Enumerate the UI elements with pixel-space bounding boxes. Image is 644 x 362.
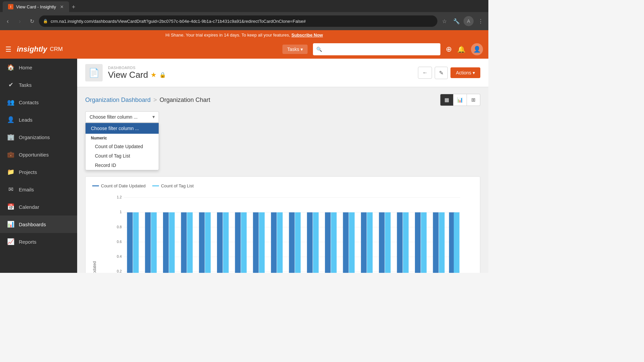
- search-input[interactable]: [324, 47, 437, 52]
- breadcrumb-part1[interactable]: Organization Dashboard: [85, 97, 151, 104]
- forward-button[interactable]: ›: [15, 16, 25, 26]
- legend-label-tag: Count of Tag List: [161, 183, 194, 188]
- refresh-button[interactable]: ↻: [27, 16, 37, 26]
- tasks-button[interactable]: Tasks ▾: [282, 45, 308, 54]
- sidebar-item-tasks[interactable]: ✔ Tasks: [0, 76, 77, 94]
- back-button[interactable]: ‹: [3, 16, 13, 26]
- lock-icon: 🔒: [159, 72, 166, 78]
- url-text: crm.na1.insightly.com/dashboards/ViewCar…: [51, 19, 306, 24]
- user-avatar[interactable]: 👤: [471, 43, 483, 55]
- sidebar-item-home[interactable]: 🏠 Home: [0, 59, 77, 76]
- y-axis-label: Count of Date Updated: [92, 194, 97, 273]
- trial-text: Hi Shane. Your trial expires in 14 days.…: [165, 33, 290, 38]
- back-page-btn[interactable]: ←: [418, 67, 432, 79]
- legend-label-date: Count of Date Updated: [101, 183, 146, 188]
- sidebar-item-opportunities[interactable]: 💼 Opportunities: [0, 146, 77, 163]
- search-container: 🔍: [313, 43, 440, 55]
- bar-dark-3: [163, 213, 169, 273]
- sidebar-label-home: Home: [19, 65, 32, 70]
- bar-dark-14: [361, 213, 367, 273]
- dropdown-default-item[interactable]: Choose filter column ...: [86, 123, 159, 134]
- sidebar: 🏠 Home ✔ Tasks 👥 Contacts 👤 Leads 🏢 Orga…: [0, 59, 77, 273]
- bar-light-12: [331, 213, 337, 273]
- view-btn-chart[interactable]: 📊: [453, 94, 467, 106]
- dropdown-item-count-tag[interactable]: Count of Tag List: [86, 151, 159, 161]
- bar-dark-9: [271, 213, 277, 273]
- address-bar[interactable]: 🔒 crm.na1.insightly.com/dashboards/ViewC…: [39, 15, 437, 27]
- sidebar-item-organizations[interactable]: 🏢 Organizations: [0, 128, 77, 146]
- bar-dark-2: [145, 213, 151, 273]
- extension-icon[interactable]: 🔧: [451, 16, 462, 26]
- star-icon[interactable]: ★: [151, 71, 157, 79]
- view-btn-table[interactable]: ▦: [440, 94, 453, 106]
- legend-item-tag: Count of Tag List: [152, 183, 194, 188]
- sidebar-item-contacts[interactable]: 👥 Contacts: [0, 94, 77, 111]
- bar-light-10: [295, 213, 301, 273]
- bar-light-6: [223, 213, 229, 273]
- svg-text:0.4: 0.4: [117, 255, 122, 258]
- tab-favicon: i: [8, 4, 13, 9]
- sidebar-item-calendar[interactable]: 📅 Calendar: [0, 198, 77, 216]
- search-icon: 🔍: [316, 47, 322, 52]
- view-toggle: ▦ 📊 ⊞: [440, 94, 480, 106]
- svg-text:1: 1: [120, 210, 122, 214]
- add-icon[interactable]: ⊕: [446, 45, 452, 54]
- bar-light-3: [169, 213, 175, 273]
- edit-btn[interactable]: ✎: [435, 67, 448, 79]
- organizations-icon: 🏢: [7, 133, 15, 141]
- legend-color-date: [92, 185, 99, 186]
- sidebar-item-dashboards[interactable]: 📊 Dashboards: [0, 216, 77, 233]
- logo-text: insightly: [17, 45, 47, 54]
- sidebar-label-leads: Leads: [19, 117, 33, 123]
- sidebar-label-dashboards: Dashboards: [19, 222, 46, 227]
- profile-icon[interactable]: A: [464, 16, 474, 26]
- trial-banner: Hi Shane. Your trial expires in 14 days.…: [0, 30, 488, 40]
- bar-dark-15: [379, 213, 385, 273]
- breadcrumb-row: Organization Dashboard > Organization Ch…: [85, 94, 480, 106]
- bar-light-4: [187, 213, 193, 273]
- bar-dark-5: [199, 213, 205, 273]
- view-btn-grid[interactable]: ⊞: [467, 94, 480, 106]
- sidebar-label-projects: Projects: [19, 169, 37, 175]
- sidebar-item-emails[interactable]: ✉ Emails: [0, 181, 77, 198]
- chart-container: Count of Date Updated Count of Tag List …: [85, 176, 480, 273]
- bar-light-2: [151, 213, 157, 273]
- bar-dark-6: [217, 213, 223, 273]
- bar-dark-4: [181, 213, 187, 273]
- dropdown-item-record-id[interactable]: Record ID: [86, 161, 159, 170]
- actions-dropdown-btn[interactable]: Actions ▾: [450, 67, 480, 78]
- notifications-icon[interactable]: 🔔: [457, 45, 466, 53]
- close-icon[interactable]: ✕: [60, 4, 64, 9]
- hamburger-menu[interactable]: ☰: [5, 45, 11, 53]
- bar-light-17: [421, 213, 427, 273]
- opportunities-icon: 💼: [7, 150, 15, 159]
- sidebar-item-projects[interactable]: 📁 Projects: [0, 163, 77, 181]
- sidebar-label-calendar: Calendar: [19, 204, 39, 210]
- chart-legend: Count of Date Updated Count of Tag List: [92, 183, 473, 188]
- logo: insightly CRM: [17, 45, 63, 54]
- bar-dark-12: [325, 213, 331, 273]
- bar-light-5: [205, 213, 211, 273]
- tasks-icon: ✔: [7, 81, 15, 89]
- page-header: 📄 DASHBOARDS View Card ★ 🔒 ← ✎ Actions ▾: [77, 59, 488, 87]
- content-body: Organization Dashboard > Organization Ch…: [77, 87, 488, 273]
- breadcrumb-nav: Organization Dashboard > Organization Ch…: [85, 97, 210, 104]
- chart-area: Count of Date Updated 1.2 1 0.8 0.6: [92, 194, 473, 273]
- subscribe-link[interactable]: Subscribe Now: [291, 33, 323, 38]
- legend-color-tag: [152, 185, 159, 186]
- browser-tab[interactable]: i View Card - Insightly ✕: [3, 1, 69, 12]
- bar-light-15: [385, 213, 391, 273]
- menu-icon[interactable]: ⋮: [476, 16, 486, 26]
- new-tab-btn[interactable]: +: [72, 4, 75, 11]
- bar-dark-13: [343, 213, 348, 273]
- filter-column-select[interactable]: Choose filter column ... Count of Date U…: [85, 111, 159, 123]
- bar-light-9: [277, 213, 283, 273]
- page-actions: ← ✎ Actions ▾: [418, 67, 480, 79]
- dropdown-item-count-date[interactable]: Count of Date Updated: [86, 142, 159, 151]
- filter-dropdown-menu: Choose filter column ... Numeric Count o…: [85, 123, 159, 170]
- sidebar-item-leads[interactable]: 👤 Leads: [0, 111, 77, 128]
- title-text: View Card: [108, 70, 148, 80]
- sidebar-item-reports[interactable]: 📈 Reports: [0, 233, 77, 250]
- bookmark-icon[interactable]: ☆: [439, 16, 449, 26]
- svg-text:0.6: 0.6: [117, 240, 122, 244]
